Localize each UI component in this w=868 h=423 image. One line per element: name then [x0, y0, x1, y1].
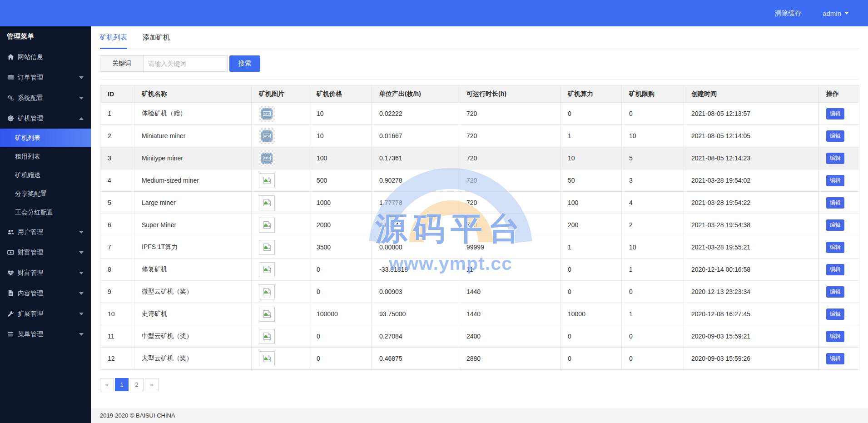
sidebar-item-10[interactable]: 菜单管理	[0, 324, 91, 344]
cell-id: 6	[100, 214, 134, 236]
cell-limit: 0	[622, 103, 684, 125]
clear-cache-link[interactable]: 清除缓存	[774, 9, 802, 18]
edit-button[interactable]: 编辑	[826, 353, 844, 364]
column-header: 矿机名称	[134, 85, 252, 103]
sidebar-item-7[interactable]: 财富管理	[0, 263, 91, 283]
table-header-row: ID矿机名称矿机图片矿机价格单位产出(枚/h)可运行时长(h)矿机算力矿机限购创…	[100, 85, 859, 103]
cell-limit: 10	[622, 125, 684, 147]
edit-button[interactable]: 编辑	[826, 108, 844, 119]
cell-price: 10	[309, 103, 372, 125]
cell-id: 1	[100, 103, 134, 125]
cpu-chip-image: CPU	[259, 106, 275, 122]
edit-button[interactable]: 编辑	[826, 309, 844, 320]
table-row: 8修复矿机0-33.8181811012020-12-14 00:16:58编辑	[100, 259, 859, 281]
sidebar-subitem[interactable]: 工会分红配置	[0, 203, 91, 222]
sidebar-subitem[interactable]: 租用列表	[0, 147, 91, 166]
column-header: 单位产出(枚/h)	[372, 85, 459, 103]
edit-button[interactable]: 编辑	[826, 153, 844, 164]
pagination-page-1[interactable]: 1	[115, 378, 129, 391]
broken-image-icon	[259, 284, 275, 299]
sidebar-item-label: 用户管理	[18, 228, 79, 236]
keyword-input[interactable]	[143, 55, 228, 72]
cell-name: Miniature miner	[134, 125, 252, 147]
cell-actions: 编辑	[819, 348, 859, 370]
cell-power: 10	[560, 147, 622, 169]
cell-id: 7	[100, 236, 134, 259]
edit-button[interactable]: 编辑	[826, 331, 844, 342]
cell-price: 3500	[309, 236, 372, 259]
edit-button[interactable]: 编辑	[826, 219, 844, 231]
cell-price: 500	[309, 169, 372, 192]
pagination-prev[interactable]: «	[100, 378, 114, 391]
edit-button[interactable]: 编辑	[826, 242, 844, 253]
pagination-next[interactable]: »	[145, 378, 159, 391]
sidebar-subitem[interactable]: 矿机赠送	[0, 166, 91, 184]
cell-actions: 编辑	[819, 192, 859, 214]
table-row: 5Large miner10001.7777872010042021-03-28…	[100, 192, 859, 214]
cell-output: 0.46875	[372, 348, 459, 370]
broken-image-icon	[259, 351, 275, 366]
cell-name: 体验矿机（赠）	[134, 103, 252, 125]
cell-id: 4	[100, 169, 134, 192]
cell-image	[252, 348, 309, 370]
sidebar-item-8[interactable]: 内容管理	[0, 283, 91, 304]
pagination-page-2[interactable]: 2	[130, 378, 144, 391]
cell-id: 10	[100, 303, 134, 325]
chevron-down-icon	[79, 76, 84, 79]
edit-button[interactable]: 编辑	[826, 175, 844, 186]
cell-power: 1	[560, 236, 622, 259]
users-icon	[7, 229, 14, 236]
edit-button[interactable]: 编辑	[826, 197, 844, 209]
sidebar-item-4[interactable]: 矿机管理	[0, 108, 91, 129]
edit-button[interactable]: 编辑	[826, 264, 844, 275]
column-header: 矿机限购	[622, 85, 684, 103]
sidebar-item-label: 扩展管理	[18, 310, 79, 318]
sidebar-item-label: 矿机管理	[18, 114, 79, 123]
copyright-text: 2019-2020 © BAISUI CHINA	[100, 412, 175, 419]
cell-runtime: 2880	[459, 348, 560, 370]
tab-2[interactable]: 添加矿机	[143, 26, 170, 49]
user-menu[interactable]: admin	[823, 10, 849, 17]
cell-created: 2020-09-03 15:59:21	[684, 325, 819, 348]
table-body: 1体验矿机（赠）CPU100.02222720002021-08-05 12:1…	[100, 103, 859, 370]
sidebar-item-6[interactable]: 财富管理	[0, 242, 91, 263]
cell-name: Medium-sized miner	[134, 169, 252, 192]
cell-price: 100	[309, 147, 372, 169]
cell-name: Large miner	[134, 192, 252, 214]
home-icon	[7, 54, 14, 61]
broken-image-icon	[259, 329, 275, 344]
sidebar-item-3[interactable]: 系统配置	[0, 88, 91, 108]
cell-limit: 3	[622, 169, 684, 192]
sidebar-subitem[interactable]: 矿机列表	[0, 129, 91, 147]
table-row: 11中型云矿机（奖）00.270842400002020-09-03 15:59…	[100, 325, 859, 348]
cell-power: 0	[560, 348, 622, 370]
tab-1[interactable]: 矿机列表	[100, 26, 127, 49]
cpu-chip-image: CPU	[259, 128, 275, 144]
sidebar-subitem[interactable]: 分享奖配置	[0, 184, 91, 203]
sidebar-item-9[interactable]: 扩展管理	[0, 304, 91, 324]
cell-id: 5	[100, 192, 134, 214]
sidebar-item-1[interactable]: 网站信息	[0, 47, 91, 67]
cell-limit: 10	[622, 236, 684, 259]
cell-runtime: 720	[459, 147, 560, 169]
cell-actions: 编辑	[819, 259, 859, 281]
cell-image	[252, 303, 309, 325]
chevron-up-icon	[79, 117, 84, 120]
cell-runtime: 1440	[459, 281, 560, 303]
cell-price: 0	[309, 281, 372, 303]
cell-created: 2021-03-28 19:54:22	[684, 192, 819, 214]
cell-runtime: 2400	[459, 325, 560, 348]
chevron-down-icon	[79, 313, 84, 315]
sidebar-item-2[interactable]: 订单管理	[0, 67, 91, 88]
cell-created: 2020-12-14 00:16:58	[684, 259, 819, 281]
edit-button[interactable]: 编辑	[826, 286, 844, 298]
menu-icon	[7, 331, 14, 338]
cell-name: 微型云矿机（奖）	[134, 281, 252, 303]
edit-button[interactable]: 编辑	[826, 130, 844, 142]
cell-created: 2020-12-08 16:27:45	[684, 303, 819, 325]
search-button[interactable]: 搜索	[229, 55, 260, 72]
cell-output: 0.01667	[372, 125, 459, 147]
sidebar-item-5[interactable]: 用户管理	[0, 222, 91, 242]
sidebar-nav: 网站信息订单管理系统配置矿机管理矿机列表租用列表矿机赠送分享奖配置工会分红配置用…	[0, 47, 91, 344]
cell-actions: 编辑	[819, 303, 859, 325]
